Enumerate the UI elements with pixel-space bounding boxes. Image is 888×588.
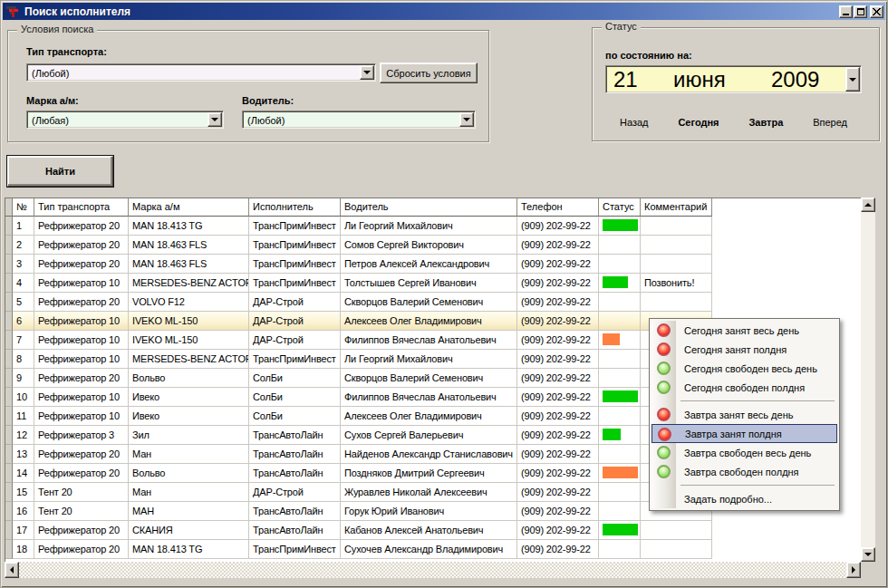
column-header[interactable]: Марка а/м [129,198,249,217]
status-chip [603,467,638,478]
cell-n: 14 [13,464,34,483]
cell-driver: Скворцов Валерий Семенович [341,369,517,388]
column-header[interactable]: Тип транспорта [34,198,129,217]
row-filler [712,274,861,293]
horizontal-scrollbar[interactable] [5,562,861,578]
date-value: 21 июня 2009 [608,68,845,91]
row-filler [712,540,861,559]
menu-item[interactable]: Задать подробно... [652,489,837,508]
free-status-icon [657,446,671,459]
cell-driver: Алексеев Олег Владимирович [341,312,517,331]
cell-brand: VOLVO F12 [129,293,249,312]
cell-type: Рефрижератор 20 [34,217,129,236]
busy-status-icon [658,428,671,441]
cell-company: ТрансАвтоЛайн [249,521,341,540]
menu-item[interactable]: Завтра свободен весь день [652,443,837,462]
column-header[interactable]: Водитель [341,198,517,217]
row-header-cell [5,350,13,369]
table-row[interactable]: 1Рефрижератор 20MAN 18.413 TGТрансПримИн… [5,217,861,236]
date-nav-вперед[interactable]: Вперед [813,117,847,128]
cell-brand: Ман [129,445,249,464]
menu-item[interactable]: Сегодня занят весь день [652,321,837,340]
cell-driver: Филиппов Вячеслав Анатольевич [341,388,517,407]
cell-n: 10 [13,388,34,407]
brand-dropdown-button[interactable] [208,112,222,127]
driver-select[interactable]: (Любой) [242,111,476,129]
cell-driver: Толстышев Сергей Иванович [341,274,517,293]
row-header-cell [5,293,13,312]
cell-company: ТрансПримИнвест [249,217,341,236]
menu-item[interactable]: Сегодня свободен полдня [652,378,837,397]
cell-brand: MAN 18.463 FLS [129,255,249,274]
column-header[interactable]: Комментарий [641,198,712,217]
menu-item[interactable]: Завтра свободен полдня [652,462,837,481]
date-nav-завтра[interactable]: Завтра [748,117,783,128]
cell-status [599,350,641,369]
column-header[interactable]: Исполнитель [249,198,341,217]
cell-company: ДАР-Строй [249,312,341,331]
cell-brand: Ивеко [129,388,249,407]
driver-dropdown-button[interactable] [459,112,474,127]
status-chip [603,333,620,345]
maximize-button[interactable] [854,5,867,18]
scroll-up-button[interactable] [861,198,875,212]
app-logo-icon [6,5,20,18]
chevron-down-icon [463,118,470,121]
date-dropdown-button[interactable] [845,67,860,92]
scrollbar-corner [861,562,875,578]
chevron-down-icon [211,118,218,121]
cell-n: 13 [13,445,34,464]
find-button[interactable]: Найти [7,156,113,187]
cell-n: 5 [13,293,34,312]
scroll-right-button[interactable] [846,562,861,578]
status-chip [603,219,638,231]
scroll-left-button[interactable] [5,562,19,578]
cell-type: Тент 20 [34,483,129,502]
cell-phone: (909) 202-99-22 [517,464,599,483]
menu-item[interactable]: Сегодня занят полдня [652,340,837,359]
cell-n: 9 [13,369,34,388]
cell-driver: Ли Георгий Михайлович [341,217,517,236]
driver-label: Водитель: [242,95,294,106]
brand-value: (Любая) [29,113,207,126]
menu-item[interactable]: Сегодня свободен весь день [652,359,837,378]
table-row[interactable]: 18Рефрижератор 20MAN 18.413 TGТрансПримИ… [5,540,861,559]
cell-n: 6 [13,312,34,331]
transport-type-dropdown-button[interactable] [360,65,374,80]
cell-n: 17 [13,521,34,540]
cell-status [599,445,641,464]
column-header[interactable]: Телефон [517,198,599,217]
cell-phone: (909) 202-99-22 [517,426,599,445]
transport-type-select[interactable]: (Любой) [26,63,376,82]
table-row[interactable]: 5Рефрижератор 20VOLVO F12ДАР-СтройСкворц… [5,293,861,312]
table-row[interactable]: 3Рефрижератор 20MAN 18.463 FLSТрансПримИ… [5,255,861,274]
date-nav-назад[interactable]: Назад [620,117,649,128]
cell-n: 7 [13,331,34,350]
date-picker[interactable]: 21 июня 2009 [605,65,862,93]
row-filler [712,236,861,255]
table-row[interactable]: 2Рефрижератор 20MAN 18.463 FLSТрансПримИ… [5,236,861,255]
table-row[interactable]: 17Рефрижератор 20СКАНИЯТрансАвтоЛайнКаба… [5,521,861,540]
reset-conditions-button[interactable]: Сбросить условия [380,63,478,83]
cell-phone: (909) 202-99-22 [517,274,599,293]
cell-phone: (909) 202-99-22 [517,331,599,350]
row-header-cell [5,369,13,388]
cell-brand: MAN 18.413 TG [129,217,249,236]
date-nav-сегодня[interactable]: Сегодня [678,117,719,128]
menu-item[interactable]: Завтра занят весь день [652,405,837,424]
app-window: Поиск исполнителя Условия поиска Тип тра… [0,0,888,588]
row-header-cell [5,312,13,331]
table-row[interactable]: 4Рефрижератор 10MERSEDES-BENZ ACTORSТран… [5,274,861,293]
minimize-button[interactable] [839,5,853,18]
cell-comment [641,521,712,540]
scroll-down-button[interactable] [861,547,875,562]
menu-item[interactable]: Завтра занят полдня [652,424,837,443]
column-header[interactable]: № [13,198,34,217]
chevron-down-icon [363,71,371,74]
row-header-cell [5,464,13,483]
brand-select[interactable]: (Любая) [26,111,224,129]
close-button[interactable] [870,5,883,18]
vertical-scrollbar[interactable] [861,198,875,562]
column-header[interactable]: Статус [599,198,641,217]
menu-item-label: Завтра свободен полдня [684,467,799,477]
